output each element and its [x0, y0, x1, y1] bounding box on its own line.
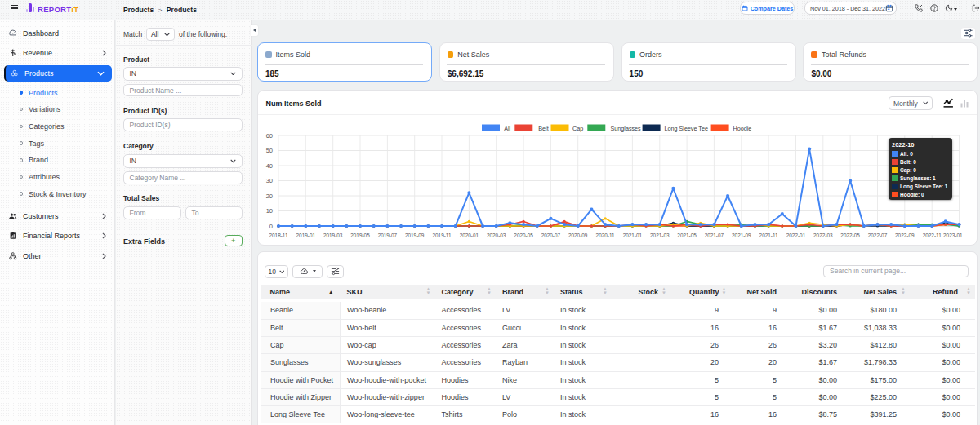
svg-text:0: 0 [270, 223, 273, 230]
svg-text:2023-01: 2023-01 [943, 232, 963, 238]
svg-text:2020-03: 2020-03 [487, 232, 506, 238]
svg-text:60: 60 [266, 132, 273, 139]
svg-text:2019-03: 2019-03 [323, 232, 343, 238]
svg-text:2021-05: 2021-05 [677, 232, 697, 238]
svg-text:2021-11: 2021-11 [760, 232, 778, 238]
svg-text:2020-11: 2020-11 [596, 232, 615, 238]
svg-text:2021-07: 2021-07 [705, 232, 724, 238]
svg-text:2022-09: 2022-09 [895, 232, 915, 238]
svg-text:2019-09: 2019-09 [405, 232, 425, 238]
svg-text:2021-01: 2021-01 [623, 232, 643, 238]
svg-text:Long Sleeve Tee: Long Sleeve Tee [665, 125, 708, 132]
svg-text:20: 20 [266, 193, 273, 200]
svg-text:2020-09: 2020-09 [568, 232, 588, 238]
svg-text:30: 30 [266, 177, 273, 184]
svg-text:2022-11: 2022-11 [923, 232, 942, 238]
svg-text:2022-03: 2022-03 [813, 232, 833, 238]
svg-text:2022-01: 2022-01 [786, 232, 806, 238]
svg-text:2021-03: 2021-03 [650, 232, 670, 238]
svg-text:Belt: Belt [538, 125, 548, 132]
svg-text:2019-01: 2019-01 [296, 232, 316, 238]
svg-text:40: 40 [266, 162, 273, 170]
svg-text:10: 10 [266, 207, 273, 215]
svg-text:2021-09: 2021-09 [732, 232, 751, 238]
svg-text:2022-07: 2022-07 [868, 232, 888, 238]
svg-text:Hoodie: Hoodie [733, 125, 752, 132]
svg-text:2019-05: 2019-05 [350, 232, 370, 238]
svg-text:2019-07: 2019-07 [378, 232, 398, 238]
svg-text:Cap: Cap [572, 125, 583, 132]
svg-text:2022-05: 2022-05 [840, 232, 860, 238]
svg-text:2020-05: 2020-05 [514, 232, 533, 238]
svg-text:2020-01: 2020-01 [460, 232, 479, 238]
svg-text:Sunglasses: Sunglasses [611, 125, 642, 132]
svg-text:All: All [504, 125, 510, 132]
svg-text:2018-11: 2018-11 [270, 232, 288, 238]
svg-text:2020-07: 2020-07 [541, 232, 561, 238]
svg-text:50: 50 [266, 147, 273, 154]
svg-text:2019-11: 2019-11 [433, 232, 452, 238]
